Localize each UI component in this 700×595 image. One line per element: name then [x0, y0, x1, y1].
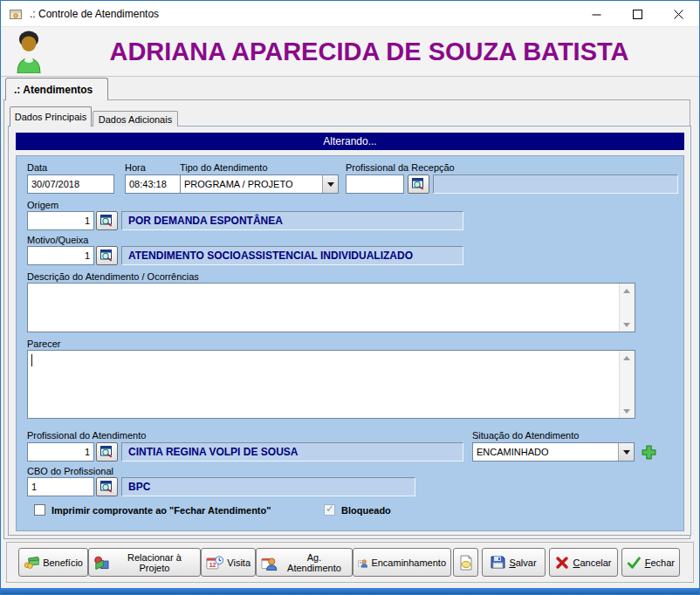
salvar-button[interactable]: Salvar	[482, 548, 546, 577]
relate-project-icon	[93, 555, 110, 571]
confirm-check-icon	[627, 556, 642, 570]
search-icon	[100, 481, 113, 493]
prof-atendimento-display: CINTIA REGINA VOLPI DE SOUSA	[121, 442, 463, 462]
fechar-button[interactable]: Fechar	[621, 548, 680, 577]
maximize-button[interactable]	[617, 1, 657, 27]
descricao-label: Descrição do Atendimento / Ocorrências	[27, 271, 199, 283]
origem-code-input[interactable]	[27, 211, 94, 230]
tab-dados-adicionais[interactable]: Dados Adicionais	[93, 111, 178, 127]
chevron-down-icon[interactable]	[322, 175, 338, 193]
situacao-value: ENCAMINHADO	[473, 443, 618, 461]
cancelar-button[interactable]: Cancelar	[549, 548, 618, 577]
prof-recepcao-label: Profissional da Recepção	[346, 162, 455, 174]
descricao-textarea[interactable]	[27, 283, 635, 332]
motivo-search-button[interactable]	[96, 246, 118, 265]
note-button[interactable]	[453, 548, 478, 577]
motivo-label: Motivo/Queixa	[27, 235, 88, 246]
prof-atendimento-label: Profissional do Atendimento	[27, 430, 146, 441]
relacionar-projeto-button-label: Relacionar à Projeto	[127, 552, 182, 573]
svg-text:12: 12	[209, 562, 216, 568]
tipo-atendimento-value: PROGRAMA / PROJETO	[181, 175, 322, 193]
text-caret	[31, 354, 32, 366]
add-situacao-button[interactable]	[640, 444, 657, 462]
cbo-display: BPC	[121, 477, 415, 496]
data-input[interactable]	[27, 174, 114, 194]
motivo-code-input[interactable]	[27, 246, 94, 265]
window-bottom-frame	[1, 588, 699, 594]
search-icon	[100, 250, 113, 262]
parecer-label: Parecer	[27, 339, 61, 350]
chevron-down-icon[interactable]	[618, 443, 634, 461]
app-icon	[9, 7, 23, 21]
parecer-scrollbar[interactable]	[619, 351, 635, 418]
money-icon	[24, 555, 39, 570]
prof-recepcao-display	[433, 174, 678, 194]
data-label: Data	[27, 162, 47, 174]
descricao-scrollbar[interactable]	[619, 284, 635, 332]
tab-dados-principais[interactable]: Dados Principais	[10, 106, 92, 127]
visita-button[interactable]: 12 Visita	[201, 548, 256, 577]
tab-dados-principais-label: Dados Principais	[15, 112, 87, 122]
close-button[interactable]	[658, 1, 699, 27]
origem-search-button[interactable]	[96, 211, 118, 230]
visita-button-label: Visita	[227, 557, 250, 568]
prof-atendimento-search-button[interactable]	[96, 442, 118, 462]
note-document-icon	[459, 555, 473, 571]
bloqueado-checkbox[interactable]	[324, 504, 335, 516]
tab-atendimentos[interactable]: .: Atendimentos	[5, 78, 108, 100]
relacionar-projeto-button[interactable]: Relacionar à Projeto	[88, 548, 201, 577]
motivo-display: ATENDIMENTO SOCIOASSISTENCIAL INDIVIDUAL…	[121, 246, 463, 265]
beneficio-button-label: Benefício	[43, 557, 83, 568]
beneficio-button[interactable]: Benefício	[18, 548, 88, 577]
cbo-label: CBO do Profissional	[27, 466, 113, 477]
situacao-label: Situação do Atendimento	[472, 430, 579, 441]
prof-recepcao-code-input[interactable]	[346, 174, 404, 194]
ag-atendimento-button-label: Ag. Atendimento	[287, 552, 341, 573]
scroll-down-icon[interactable]	[620, 404, 634, 418]
encaminhamento-button-label: Encaminhamento	[371, 557, 446, 568]
bloqueado-checkbox-label: Bloqueado	[341, 505, 391, 516]
page-title: ADRIANA APARECIDA DE SOUZA BATISTA	[51, 38, 687, 69]
cbo-code-input[interactable]	[27, 477, 94, 496]
save-floppy-icon	[491, 555, 505, 570]
status-banner: Alterando...	[16, 133, 684, 150]
prof-recepcao-search-button[interactable]	[408, 174, 429, 194]
cbo-search-button[interactable]	[96, 477, 118, 496]
imprimir-checkbox-label: Imprimir comprovante ao "Fechar Atendime…	[51, 505, 271, 516]
hora-label: Hora	[125, 162, 146, 174]
person-avatar-icon	[11, 30, 46, 73]
minimize-button[interactable]	[576, 1, 616, 27]
tipo-atendimento-select[interactable]: PROGRAMA / PROJETO	[180, 174, 339, 194]
encaminhamento-button[interactable]: Encaminhamento	[353, 548, 451, 577]
search-icon	[100, 215, 113, 227]
calendar-clock-icon: 12	[206, 555, 223, 571]
scroll-down-icon[interactable]	[620, 318, 634, 332]
plus-icon	[641, 444, 657, 461]
imprimir-checkbox[interactable]	[34, 504, 45, 516]
tipo-atendimento-label: Tipo do Atendimento	[180, 162, 268, 174]
schedule-person-icon	[261, 555, 278, 571]
parecer-textarea[interactable]	[27, 350, 635, 419]
prof-atendimento-code-input[interactable]	[27, 442, 94, 462]
cancel-x-icon	[555, 556, 569, 570]
referral-person-icon	[358, 555, 367, 571]
window-title: .: Controle de Atendimentos	[30, 9, 159, 20]
search-icon	[100, 446, 113, 458]
origem-label: Origem	[27, 200, 58, 211]
tab-atendimentos-label: .: Atendimentos	[14, 84, 93, 96]
scroll-up-icon[interactable]	[620, 351, 634, 365]
origem-display: POR DEMANDA ESPONTÂNEA	[121, 211, 463, 230]
ag-atendimento-button[interactable]: Ag. Atendimento	[256, 548, 353, 577]
situacao-select[interactable]: ENCAMINHADO	[472, 442, 635, 462]
scroll-up-icon[interactable]	[620, 284, 634, 298]
app-window: .: Controle de Atendimentos ADRIANA APAR…	[0, 0, 700, 595]
search-icon	[412, 178, 425, 190]
tab-dados-adicionais-label: Dados Adicionais	[99, 114, 172, 125]
